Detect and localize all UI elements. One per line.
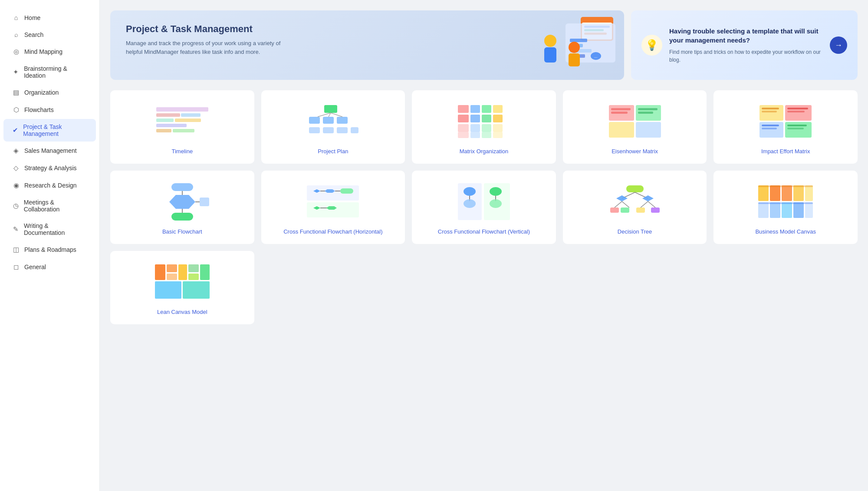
sidebar-label-flowcharts: Flowcharts (24, 106, 54, 113)
sidebar-label-general: General (24, 264, 46, 270)
sidebar-item-strategy[interactable]: ◇Strategy & Analysis (3, 160, 96, 176)
svg-line-107 (648, 201, 655, 208)
sidebar-label-meetings: Meetings & Collaboration (24, 199, 87, 213)
svg-rect-45 (482, 124, 491, 132)
template-label-decision-tree: Decision Tree (618, 228, 652, 235)
svg-rect-31 (351, 127, 358, 133)
sidebar-item-organization[interactable]: ▤Organization (3, 84, 96, 101)
template-card-impact-effort[interactable]: Impact Effort Matrix (713, 90, 858, 164)
svg-rect-130 (183, 281, 210, 299)
hero-main-card: Project & Task Management Manage and tra… (110, 10, 624, 80)
sidebar-item-brainstorming[interactable]: ✦Brainstorming & Ideation (3, 61, 96, 83)
svg-rect-127 (188, 274, 199, 280)
svg-rect-67 (762, 125, 779, 126)
sidebar-item-home[interactable]: ⌂Home (3, 10, 96, 26)
sidebar-item-research[interactable]: ◉Research & Design (3, 177, 96, 194)
search-icon: ⌕ (12, 31, 20, 38)
svg-rect-68 (762, 128, 777, 129)
svg-point-91 (464, 187, 476, 196)
template-card-project-plan[interactable]: Project Plan (261, 90, 405, 164)
svg-rect-129 (155, 281, 181, 299)
svg-rect-110 (758, 185, 769, 201)
svg-rect-122 (155, 264, 165, 280)
sidebar-item-sales[interactable]: ◈Sales Management (3, 142, 96, 159)
svg-rect-64 (762, 111, 777, 112)
svg-rect-108 (636, 208, 645, 213)
svg-rect-53 (609, 122, 634, 138)
tip-description: Find more tips and tricks on how to expe… (669, 48, 823, 64)
sidebar-item-plans[interactable]: ◫Plans & Roadmaps (3, 241, 96, 258)
strategy-icon: ◇ (12, 164, 20, 172)
template-thumb-impact-effort (723, 99, 848, 143)
project-task-icon: ✔ (12, 126, 19, 134)
tip-arrow-button[interactable]: → (830, 36, 847, 54)
svg-rect-40 (470, 115, 480, 122)
svg-rect-26 (323, 117, 334, 124)
svg-rect-21 (156, 124, 187, 127)
template-label-cross-func-h: Cross Functional Flowchart (Horizontal) (283, 228, 382, 235)
svg-rect-35 (458, 105, 469, 113)
sidebar-label-organization: Organization (24, 89, 59, 96)
template-thumb-lean-canvas (119, 260, 245, 303)
svg-point-96 (490, 199, 502, 208)
svg-rect-6 (570, 39, 587, 42)
sidebar-item-meetings[interactable]: ◷Meetings & Collaboration (3, 194, 96, 217)
svg-rect-20 (175, 119, 201, 122)
svg-rect-39 (470, 105, 480, 113)
sidebar-item-search[interactable]: ⌕Search (3, 26, 96, 43)
organization-icon: ▤ (12, 89, 20, 96)
svg-rect-120 (758, 185, 813, 187)
template-card-cross-func-h[interactable]: Cross Functional Flowchart (Horizontal) (261, 171, 405, 244)
template-card-timeline[interactable]: Timeline (110, 90, 254, 164)
svg-rect-60 (785, 105, 812, 121)
meetings-icon: ◷ (12, 202, 20, 210)
template-label-eisenhower: Eisenhower Matrix (612, 148, 658, 155)
template-label-matrix-org: Matrix Organization (460, 148, 509, 155)
svg-rect-18 (181, 113, 201, 117)
template-card-business-model[interactable]: Business Model Canvas (713, 171, 858, 244)
svg-rect-121 (758, 202, 813, 204)
flowcharts-icon: ⬡ (12, 106, 20, 114)
svg-rect-62 (785, 122, 812, 138)
svg-rect-24 (324, 105, 337, 113)
tip-title: Having trouble selecting a template that… (669, 26, 823, 45)
svg-rect-65 (787, 108, 808, 109)
svg-rect-47 (493, 105, 503, 113)
sidebar-item-mind-mapping[interactable]: ◎Mind Mapping (3, 43, 96, 60)
template-card-matrix-org[interactable]: Matrix Organization (412, 90, 556, 164)
sidebar-item-project-task[interactable]: ✔Project & Task Management (3, 119, 96, 142)
template-card-cross-func-v[interactable]: Cross Functional Flowchart (Vertical) (412, 171, 556, 244)
svg-line-34 (331, 113, 342, 117)
template-card-eisenhower[interactable]: Eisenhower Matrix (563, 90, 707, 164)
svg-point-12 (544, 35, 556, 47)
home-icon: ⌂ (12, 14, 20, 21)
svg-rect-109 (651, 208, 660, 213)
template-label-basic-flowchart: Basic Flowchart (162, 228, 202, 235)
sidebar-item-general[interactable]: ◻General (3, 259, 96, 275)
sidebar-label-brainstorming: Brainstorming & Ideation (24, 65, 87, 79)
template-card-basic-flowchart[interactable]: Basic Flowchart (110, 171, 254, 244)
template-thumb-cross-func-h (270, 180, 396, 223)
svg-rect-77 (171, 213, 193, 221)
template-label-lean-canvas: Lean Canvas Model (157, 309, 207, 315)
svg-point-94 (490, 187, 502, 196)
svg-rect-13 (544, 47, 556, 63)
template-card-lean-canvas[interactable]: Lean Canvas Model (110, 251, 254, 324)
svg-rect-71 (171, 183, 193, 191)
svg-point-14 (569, 42, 580, 53)
template-card-decision-tree[interactable]: Decision Tree (563, 171, 707, 244)
template-label-cross-func-v: Cross Functional Flowchart (Vertical) (438, 228, 530, 235)
template-thumb-timeline (119, 99, 245, 143)
sidebar-item-writing[interactable]: ✎Writing & Documentation (3, 218, 96, 241)
svg-rect-49 (493, 124, 503, 132)
svg-rect-114 (805, 185, 813, 201)
sidebar-label-strategy: Strategy & Analysis (24, 165, 77, 171)
svg-rect-29 (323, 127, 334, 133)
svg-rect-41 (470, 124, 480, 132)
svg-rect-84 (340, 188, 353, 194)
sidebar-label-project-task: Project & Task Management (23, 123, 87, 137)
svg-rect-43 (482, 105, 491, 113)
svg-rect-58 (638, 112, 653, 114)
sidebar-item-flowcharts[interactable]: ⬡Flowcharts (3, 102, 96, 118)
svg-rect-55 (611, 108, 631, 110)
